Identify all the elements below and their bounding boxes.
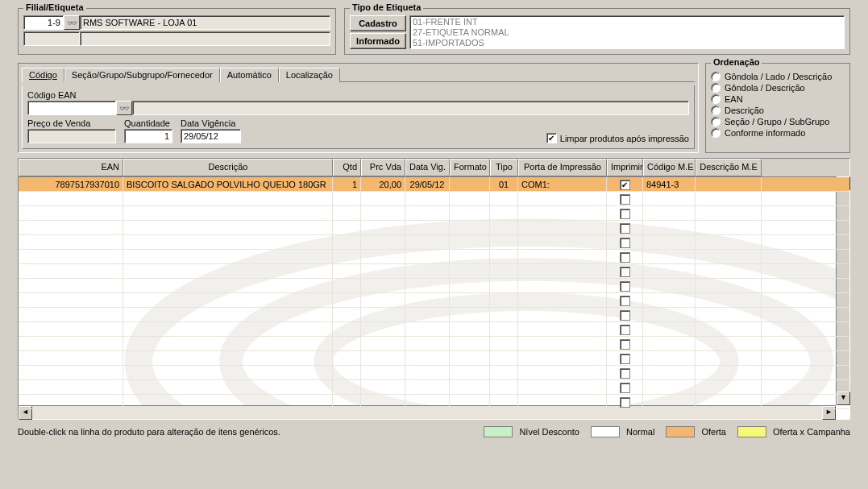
cell-prc: 20,00 (361, 177, 405, 192)
radio-conforme[interactable]: Conforme informado (711, 128, 845, 138)
legend-oferta: Oferta (666, 426, 726, 437)
cell-imprimir[interactable] (607, 308, 643, 322)
tipo-list[interactable]: 01-FRENTE INT 27-ETIQUETA NORMAL 51-IMPO… (409, 15, 845, 49)
col-data[interactable]: Data Vig. (405, 159, 450, 176)
limpar-checkbox[interactable]: ✔ (546, 133, 557, 143)
ean-input[interactable] (27, 101, 116, 115)
binoculars-icon[interactable]: 👓 (116, 101, 132, 115)
cell-imprimir[interactable] (607, 192, 643, 206)
cell-imprimir[interactable] (607, 279, 643, 293)
ean-description-display (132, 101, 689, 115)
ordenacao-legend: Ordenação (711, 57, 762, 67)
radio-gondola-lado[interactable]: Gôndola / Lado / Descrição (711, 72, 845, 81)
tab-bar: Código Seção/Grupo/Subgrupo/Fornecedor A… (22, 67, 695, 82)
footer-hint: Double-click na linha do produto para al… (18, 427, 280, 437)
table-row[interactable] (19, 366, 849, 380)
cell-imprimir[interactable] (607, 322, 643, 337)
table-row[interactable] (19, 235, 849, 250)
tab-automatico[interactable]: Automático (220, 68, 279, 82)
cell-data: 29/05/12 (405, 177, 450, 192)
filial-code-input[interactable]: 1-9 (23, 15, 64, 30)
table-row[interactable] (19, 264, 849, 279)
col-tipo[interactable]: Tipo (490, 159, 518, 176)
table-row[interactable] (19, 395, 849, 409)
cell-imprimir[interactable] (607, 293, 643, 308)
col-ean[interactable]: EAN (19, 159, 123, 176)
table-row[interactable] (19, 322, 849, 337)
cell-imprimir[interactable] (607, 250, 643, 264)
col-fmt[interactable]: Formato (450, 159, 490, 176)
filial-name-display: RMS SOFTWARE - LOJA 01 (80, 15, 330, 30)
cell-codme: 84941-3 (643, 177, 696, 192)
tipo-legend: Tipo de Etiqueta (350, 2, 423, 12)
cell-imprimir[interactable] (607, 337, 643, 351)
data-label: Data Vigência (181, 118, 241, 128)
radio-gondola-desc[interactable]: Gôndola / Descrição (711, 83, 845, 93)
ordenacao-groupbox: Ordenação Gôndola / Lado / Descrição Gôn… (705, 63, 850, 153)
qtd-label: Quantidade (124, 118, 172, 128)
col-prc[interactable]: Prc Vda (361, 159, 405, 176)
tipo-groupbox: Tipo de Etiqueta Cadastro Informado 01-F… (344, 8, 850, 55)
col-codme[interactable]: Código M.E (643, 159, 696, 176)
filial-legend: Filial/Etiqueta (23, 2, 86, 12)
col-desc[interactable]: Descrição (123, 159, 333, 176)
tipo-option[interactable]: 27-ETIQUETA NORMAL (413, 27, 841, 38)
table-row[interactable] (19, 206, 849, 221)
filial-aux1 (23, 31, 80, 46)
tipo-option[interactable]: 51-IMPORTADOS (413, 38, 841, 48)
radio-secao[interactable]: Seção / Grupo / SubGrupo (711, 117, 845, 126)
cadastro-button[interactable]: Cadastro (350, 15, 406, 31)
legend-nivel: Nível Desconto (484, 426, 579, 437)
quantidade-input[interactable]: 1 (124, 129, 172, 143)
cell-imprimir[interactable] (607, 380, 643, 395)
tab-content-codigo: Código EAN 👓 Preço de Venda Quantidade 1… (22, 85, 695, 149)
tab-codigo[interactable]: Código (22, 68, 64, 82)
tipo-option[interactable]: 01-FRENTE INT (413, 17, 841, 27)
radio-descricao[interactable]: Descrição (711, 106, 845, 115)
binoculars-icon[interactable]: 👓 (64, 15, 80, 30)
filial-groupbox: Filial/Etiqueta 1-9 👓 RMS SOFTWARE - LOJ… (18, 8, 336, 55)
informado-button[interactable]: Informado (350, 33, 406, 49)
table-row[interactable] (19, 337, 849, 351)
table-row[interactable] (19, 351, 849, 366)
legend-normal: Normal (591, 426, 654, 437)
legend-campanha: Oferta x Campanha (737, 426, 850, 437)
cell-ean: 7897517937010 (19, 177, 123, 192)
radio-ean[interactable]: EAN (711, 94, 845, 104)
cell-imprimir[interactable] (607, 395, 643, 409)
cell-imprimir[interactable] (607, 351, 643, 366)
product-grid: EAN Descrição Qtd Prc Vda Data Vig. Form… (18, 158, 850, 420)
grid-header-row: EAN Descrição Qtd Prc Vda Data Vig. Form… (19, 159, 849, 177)
grid-body[interactable]: 7897517937010 BISCOITO SALGADO POLVILHO … (19, 177, 849, 419)
cell-imprimir[interactable] (607, 264, 643, 279)
table-row[interactable] (19, 279, 849, 293)
limpar-label: Limpar produtos após impressão (560, 134, 689, 143)
table-row[interactable] (19, 380, 849, 395)
col-imp[interactable]: Imprimir (607, 159, 643, 176)
preco-input[interactable] (27, 129, 116, 143)
table-row[interactable] (19, 221, 849, 235)
tab-secao[interactable]: Seção/Grupo/Subgrupo/Fornecedor (64, 68, 220, 82)
table-row[interactable] (19, 293, 849, 308)
tab-localizacao[interactable]: Localização (279, 68, 340, 82)
table-row[interactable]: 7897517937010 BISCOITO SALGADO POLVILHO … (19, 177, 849, 192)
footer-bar: Double-click na linha do produto para al… (0, 423, 868, 441)
table-row[interactable] (19, 250, 849, 264)
table-row[interactable] (19, 308, 849, 322)
search-panel: Código Seção/Grupo/Subgrupo/Fornecedor A… (18, 63, 699, 153)
cell-imprimir[interactable] (607, 221, 643, 235)
preco-label: Preço de Venda (27, 118, 116, 128)
cell-descme (696, 177, 762, 192)
cell-imprimir[interactable] (607, 206, 643, 221)
ean-label: Código EAN (27, 90, 689, 100)
table-row[interactable] (19, 192, 849, 206)
col-qtd[interactable]: Qtd (333, 159, 361, 176)
col-descme[interactable]: Descrição M.E (696, 159, 762, 176)
col-porta[interactable]: Porta de Impressão (518, 159, 607, 176)
cell-qtd: 1 (333, 177, 361, 192)
cell-imprimir[interactable] (607, 366, 643, 380)
data-vigencia-input[interactable]: 29/05/12 (181, 129, 241, 143)
cell-imprimir[interactable] (607, 235, 643, 250)
filial-aux2 (80, 31, 330, 46)
cell-imprimir[interactable]: ✔ (607, 177, 643, 192)
